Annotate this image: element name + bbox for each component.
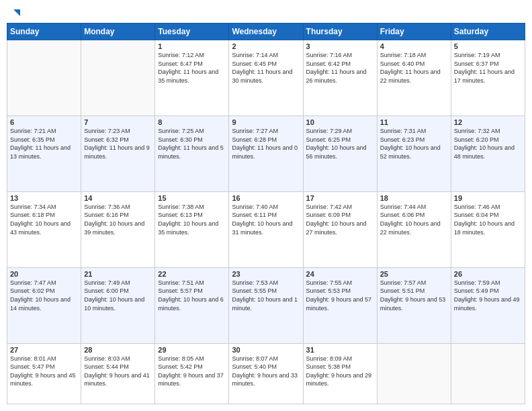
day-number: 19 [454, 194, 522, 202]
day-info: Sunrise: 8:01 AM Sunset: 5:47 PM Dayligh… [10, 355, 78, 388]
calendar-header-thursday: Thursday [303, 24, 377, 40]
week-row-5: 27Sunrise: 8:01 AM Sunset: 5:47 PM Dayli… [7, 343, 525, 404]
day-info: Sunrise: 7:51 AM Sunset: 5:57 PM Dayligh… [158, 279, 226, 312]
day-number: 21 [84, 270, 152, 278]
day-number: 1 [158, 42, 226, 50]
day-number: 13 [10, 194, 78, 202]
day-number: 4 [380, 42, 448, 50]
page: SundayMondayTuesdayWednesdayThursdayFrid… [0, 0, 532, 411]
calendar-cell: 19Sunrise: 7:46 AM Sunset: 6:04 PM Dayli… [451, 191, 525, 267]
day-info: Sunrise: 7:23 AM Sunset: 6:32 PM Dayligh… [84, 127, 152, 161]
header [7, 7, 525, 17]
calendar-cell: 23Sunrise: 7:53 AM Sunset: 5:55 PM Dayli… [229, 267, 303, 343]
calendar-cell: 7Sunrise: 7:23 AM Sunset: 6:32 PM Daylig… [81, 116, 155, 191]
calendar-cell: 28Sunrise: 8:03 AM Sunset: 5:44 PM Dayli… [81, 343, 155, 404]
calendar-cell: 21Sunrise: 7:49 AM Sunset: 6:00 PM Dayli… [81, 267, 155, 343]
calendar-cell [451, 343, 525, 404]
day-number: 16 [232, 194, 300, 202]
day-number: 28 [84, 346, 152, 354]
calendar-cell: 15Sunrise: 7:38 AM Sunset: 6:13 PM Dayli… [155, 191, 229, 267]
calendar-cell: 16Sunrise: 7:40 AM Sunset: 6:11 PM Dayli… [229, 191, 303, 267]
calendar-cell: 20Sunrise: 7:47 AM Sunset: 6:02 PM Dayli… [7, 267, 81, 343]
calendar-cell: 18Sunrise: 7:44 AM Sunset: 6:06 PM Dayli… [377, 191, 451, 267]
day-info: Sunrise: 7:14 AM Sunset: 6:45 PM Dayligh… [232, 51, 300, 85]
calendar-cell [7, 40, 81, 116]
day-number: 17 [306, 194, 374, 202]
day-info: Sunrise: 8:09 AM Sunset: 5:38 PM Dayligh… [306, 355, 374, 388]
calendar-cell: 12Sunrise: 7:32 AM Sunset: 6:20 PM Dayli… [451, 116, 525, 191]
day-info: Sunrise: 7:49 AM Sunset: 6:00 PM Dayligh… [84, 279, 152, 312]
day-info: Sunrise: 7:32 AM Sunset: 6:20 PM Dayligh… [454, 127, 522, 161]
calendar-cell: 6Sunrise: 7:21 AM Sunset: 6:35 PM Daylig… [7, 116, 81, 191]
calendar-cell: 26Sunrise: 7:59 AM Sunset: 5:49 PM Dayli… [451, 267, 525, 343]
calendar-cell: 11Sunrise: 7:31 AM Sunset: 6:23 PM Dayli… [377, 116, 451, 191]
calendar-cell: 4Sunrise: 7:18 AM Sunset: 6:40 PM Daylig… [377, 40, 451, 116]
day-info: Sunrise: 7:46 AM Sunset: 6:04 PM Dayligh… [454, 203, 522, 236]
day-number: 15 [158, 194, 226, 202]
day-number: 12 [454, 118, 522, 126]
calendar-cell: 25Sunrise: 7:57 AM Sunset: 5:51 PM Dayli… [377, 267, 451, 343]
calendar-cell: 9Sunrise: 7:27 AM Sunset: 6:28 PM Daylig… [229, 116, 303, 191]
calendar-header-sunday: Sunday [7, 24, 81, 40]
calendar-header-friday: Friday [377, 24, 451, 40]
calendar-header-tuesday: Tuesday [155, 24, 229, 40]
day-info: Sunrise: 7:53 AM Sunset: 5:55 PM Dayligh… [232, 279, 300, 312]
day-info: Sunrise: 7:31 AM Sunset: 6:23 PM Dayligh… [380, 127, 448, 161]
day-number: 25 [380, 270, 448, 278]
calendar-cell: 10Sunrise: 7:29 AM Sunset: 6:25 PM Dayli… [303, 116, 377, 191]
calendar-table: SundayMondayTuesdayWednesdayThursdayFrid… [7, 23, 525, 404]
day-number: 5 [454, 42, 522, 50]
calendar-cell: 29Sunrise: 8:05 AM Sunset: 5:42 PM Dayli… [155, 343, 229, 404]
day-number: 24 [306, 270, 374, 278]
day-number: 23 [232, 270, 300, 278]
calendar-cell: 14Sunrise: 7:36 AM Sunset: 6:16 PM Dayli… [81, 191, 155, 267]
calendar-cell: 5Sunrise: 7:19 AM Sunset: 6:37 PM Daylig… [451, 40, 525, 116]
day-info: Sunrise: 7:47 AM Sunset: 6:02 PM Dayligh… [10, 279, 78, 312]
day-number: 6 [10, 118, 78, 126]
logo [7, 7, 21, 17]
day-info: Sunrise: 8:05 AM Sunset: 5:42 PM Dayligh… [158, 355, 226, 388]
calendar-cell: 31Sunrise: 8:09 AM Sunset: 5:38 PM Dayli… [303, 343, 377, 404]
day-info: Sunrise: 7:40 AM Sunset: 6:11 PM Dayligh… [232, 203, 300, 236]
day-number: 18 [380, 194, 448, 202]
day-info: Sunrise: 7:59 AM Sunset: 5:49 PM Dayligh… [454, 279, 522, 312]
day-number: 11 [380, 118, 448, 126]
day-number: 26 [454, 270, 522, 278]
day-info: Sunrise: 7:42 AM Sunset: 6:09 PM Dayligh… [306, 203, 374, 236]
day-number: 2 [232, 42, 300, 50]
day-info: Sunrise: 7:25 AM Sunset: 6:30 PM Dayligh… [158, 127, 226, 161]
week-row-1: 1Sunrise: 7:12 AM Sunset: 6:47 PM Daylig… [7, 40, 525, 116]
day-info: Sunrise: 7:29 AM Sunset: 6:25 PM Dayligh… [306, 127, 374, 161]
day-number: 8 [158, 118, 226, 126]
calendar-cell [81, 40, 155, 116]
week-row-2: 6Sunrise: 7:21 AM Sunset: 6:35 PM Daylig… [7, 116, 525, 191]
calendar-cell: 30Sunrise: 8:07 AM Sunset: 5:40 PM Dayli… [229, 343, 303, 404]
day-number: 27 [10, 346, 78, 354]
calendar-cell: 3Sunrise: 7:16 AM Sunset: 6:42 PM Daylig… [303, 40, 377, 116]
calendar-cell: 17Sunrise: 7:42 AM Sunset: 6:09 PM Dayli… [303, 191, 377, 267]
calendar-cell: 2Sunrise: 7:14 AM Sunset: 6:45 PM Daylig… [229, 40, 303, 116]
calendar-header-saturday: Saturday [451, 24, 525, 40]
day-info: Sunrise: 7:27 AM Sunset: 6:28 PM Dayligh… [232, 127, 300, 161]
day-info: Sunrise: 7:38 AM Sunset: 6:13 PM Dayligh… [158, 203, 226, 236]
day-info: Sunrise: 8:03 AM Sunset: 5:44 PM Dayligh… [84, 355, 152, 388]
calendar-header-row: SundayMondayTuesdayWednesdayThursdayFrid… [7, 24, 525, 40]
day-info: Sunrise: 7:57 AM Sunset: 5:51 PM Dayligh… [380, 279, 448, 312]
calendar-cell: 8Sunrise: 7:25 AM Sunset: 6:30 PM Daylig… [155, 116, 229, 191]
day-number: 7 [84, 118, 152, 126]
calendar-header-monday: Monday [81, 24, 155, 40]
day-info: Sunrise: 7:18 AM Sunset: 6:40 PM Dayligh… [380, 51, 448, 85]
day-info: Sunrise: 7:36 AM Sunset: 6:16 PM Dayligh… [84, 203, 152, 236]
day-number: 30 [232, 346, 300, 354]
calendar-header-wednesday: Wednesday [229, 24, 303, 40]
day-number: 22 [158, 270, 226, 278]
day-number: 9 [232, 118, 300, 126]
calendar-cell: 1Sunrise: 7:12 AM Sunset: 6:47 PM Daylig… [155, 40, 229, 116]
day-info: Sunrise: 7:55 AM Sunset: 5:53 PM Dayligh… [306, 279, 374, 312]
day-info: Sunrise: 8:07 AM Sunset: 5:40 PM Dayligh… [232, 355, 300, 388]
week-row-4: 20Sunrise: 7:47 AM Sunset: 6:02 PM Dayli… [7, 267, 525, 343]
day-info: Sunrise: 7:34 AM Sunset: 6:18 PM Dayligh… [10, 203, 78, 236]
day-number: 3 [306, 42, 374, 50]
day-number: 20 [10, 270, 78, 278]
day-info: Sunrise: 7:44 AM Sunset: 6:06 PM Dayligh… [380, 203, 448, 236]
